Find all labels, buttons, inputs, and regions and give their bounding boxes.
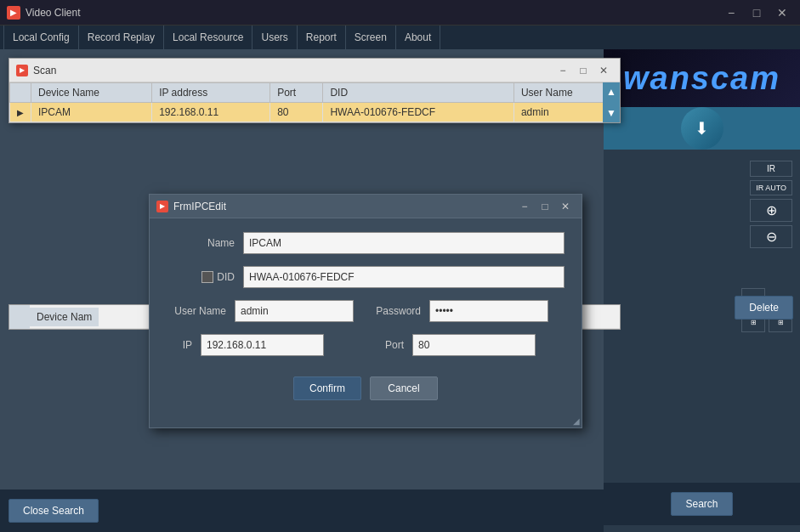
password-half: Password	[370, 300, 565, 322]
scroll-up-button[interactable]: ▲	[603, 82, 620, 101]
did-row: DID	[167, 266, 565, 288]
scan-titlebar: ▶ Scan − □ ✕	[9, 59, 620, 82]
nav-item-about[interactable]: About	[396, 25, 440, 49]
col-ip: IP address	[152, 83, 270, 103]
scan-close-button[interactable]: ✕	[594, 63, 613, 78]
frm-maximize-button[interactable]: □	[536, 199, 554, 214]
window-controls: − □ ✕	[720, 5, 793, 20]
scroll-down-button[interactable]: ▼	[603, 105, 620, 123]
cell-did: HWAA-010676-FEDCF	[323, 103, 513, 122]
maximize-button[interactable]: □	[746, 5, 768, 20]
second-list-col-device-name: Device Nam	[30, 308, 99, 326]
frm-minimize-button[interactable]: −	[515, 199, 534, 214]
password-label: Password	[370, 305, 421, 317]
ir-auto-button[interactable]: IR AUTO	[750, 180, 792, 195]
col-arrow	[10, 83, 31, 103]
scan-window: ▶ Scan − □ ✕ Device Name IP address	[9, 58, 621, 123]
nav-item-local-config[interactable]: Local Config	[3, 25, 79, 49]
close-search-button[interactable]: Close Search	[9, 499, 99, 523]
ir-button[interactable]: IR	[750, 161, 792, 177]
ip-input[interactable]	[201, 334, 324, 356]
right-sidebar: wanscam ⬇ IR IR AUTO ⊕ ⊖ ▪ ⊞ ⊞ D	[604, 49, 800, 532]
did-input[interactable]	[243, 266, 565, 288]
search-bar: Search	[604, 483, 800, 525]
zoom-in-button[interactable]: ⊕	[750, 199, 792, 222]
nav-item-screen[interactable]: Screen	[346, 25, 396, 49]
scan-maximize-button[interactable]: □	[574, 63, 593, 78]
search-button[interactable]: Search	[671, 492, 732, 516]
bottom-action-bar: Close Search	[0, 490, 604, 532]
cell-device-name: IPCAM	[31, 103, 152, 122]
port-label: Port	[370, 339, 404, 351]
close-button[interactable]: ✕	[771, 5, 793, 20]
cell-ip: 192.168.0.11	[152, 103, 270, 122]
zoom-out-button[interactable]: ⊖	[750, 225, 792, 248]
did-checkbox[interactable]	[201, 271, 213, 283]
title-bar: ▶ Video Client − □ ✕	[0, 0, 800, 25]
port-input[interactable]	[412, 334, 536, 356]
wanscam-brand: wanscam	[604, 49, 800, 107]
username-password-row: User Name Password	[167, 300, 565, 322]
frm-titlebar: ▶ FrmIPCEdit − □ ✕	[150, 195, 582, 218]
delete-button[interactable]: Delete	[735, 296, 793, 320]
frm-ipc-edit-dialog: ▶ FrmIPCEdit − □ ✕ Name DID	[149, 194, 582, 428]
col-port: Port	[270, 83, 323, 103]
name-label: Name	[167, 237, 235, 249]
nav-item-report[interactable]: Report	[298, 25, 346, 49]
logo-circle: ⬇	[681, 107, 723, 150]
did-label: DID	[167, 271, 235, 283]
col-did: DID	[323, 83, 513, 103]
scan-window-icon: ▶	[16, 65, 28, 76]
wanscam-logo: wanscam	[623, 60, 780, 97]
nav-bar: Local Config Record Replay Local Resourc…	[0, 25, 800, 49]
table-row[interactable]: ▶ IPCAM 192.168.0.11 80 HWAA-010676-FEDC…	[10, 103, 620, 122]
password-input[interactable]	[429, 300, 548, 322]
scan-window-controls: − □ ✕	[553, 63, 613, 78]
frm-title: FrmIPCEdit	[173, 201, 515, 212]
minimize-button[interactable]: −	[720, 5, 742, 20]
scroll-panel: ▲ ▼	[603, 82, 620, 122]
nav-item-local-resource[interactable]: Local Resource	[164, 25, 252, 49]
ir-controls: IR IR AUTO ⊕ ⊖	[749, 160, 793, 249]
nav-item-users[interactable]: Users	[252, 25, 297, 49]
download-icon: ⬇	[695, 118, 709, 139]
port-half: Port	[370, 334, 565, 356]
frm-icon: ▶	[156, 201, 168, 212]
frm-body: Name DID User Name Password	[150, 218, 582, 427]
username-input[interactable]	[235, 300, 354, 322]
app-title: Video Client	[26, 7, 720, 19]
confirm-button[interactable]: Confirm	[293, 376, 361, 400]
username-half: User Name	[167, 300, 361, 322]
app-icon: ▶	[7, 6, 20, 20]
ip-half: IP	[167, 334, 361, 356]
ip-port-row: IP Port	[167, 334, 565, 356]
frm-controls: − □ ✕	[515, 199, 575, 214]
scan-minimize-button[interactable]: −	[553, 63, 572, 78]
name-input[interactable]	[243, 232, 565, 254]
scan-table: Device Name IP address Port DID User Nam…	[9, 82, 620, 122]
logo-decoration: ⬇	[604, 107, 800, 150]
username-label: User Name	[167, 305, 226, 317]
name-row: Name	[167, 232, 565, 254]
cell-port: 80	[270, 103, 323, 122]
col-device-name: Device Name	[31, 83, 152, 103]
delete-area: Delete	[735, 296, 793, 320]
frm-buttons: Confirm Cancel	[167, 368, 565, 414]
row-arrow: ▶	[10, 103, 31, 122]
cancel-button[interactable]: Cancel	[370, 376, 438, 400]
ip-label: IP	[167, 339, 192, 351]
frm-close-button[interactable]: ✕	[556, 199, 575, 214]
nav-item-record-replay[interactable]: Record Replay	[79, 25, 164, 49]
resize-handle[interactable]: ◢	[573, 416, 580, 426]
scan-window-title: Scan	[33, 65, 553, 76]
main-area: ▶ Scan − □ ✕ Device Name IP address	[0, 49, 800, 532]
